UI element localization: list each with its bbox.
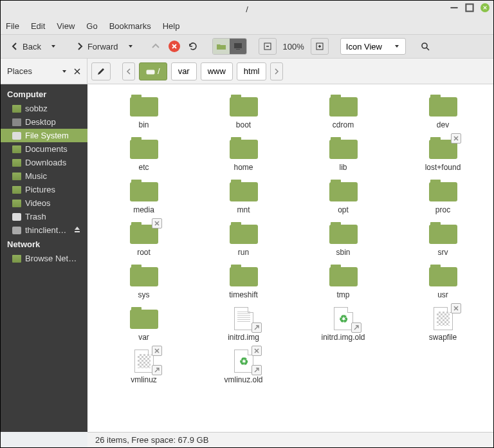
maximize-button[interactable] (465, 3, 474, 12)
file-item[interactable]: timeshift (194, 262, 293, 304)
file-item[interactable]: proc (393, 177, 493, 219)
folder-icon (12, 255, 21, 263)
stop-icon (169, 41, 180, 52)
file-item[interactable]: bin (94, 92, 194, 135)
computer-view-button[interactable] (230, 39, 246, 54)
file-item[interactable]: usr (393, 262, 493, 304)
path-prev-button[interactable] (122, 62, 135, 80)
search-button[interactable] (417, 39, 433, 54)
file-item[interactable]: opt (293, 177, 393, 219)
folder-icon (329, 137, 358, 159)
sidebar: ComputersobbzDesktopFile SystemDocuments… (1, 84, 87, 432)
folder-icon (429, 222, 457, 244)
file-view[interactable]: binbootcdromdevetchomeliblost+foundmedia… (87, 84, 493, 432)
menu-file[interactable]: File (6, 21, 19, 31)
svg-rect-1 (466, 4, 473, 11)
file-item[interactable]: boot (194, 92, 293, 135)
file-item[interactable]: tmp (293, 262, 393, 304)
menu-bookmarks[interactable]: Bookmarks (109, 21, 151, 31)
sidebar-item-file-system[interactable]: File System (1, 129, 87, 142)
zoom-out-button[interactable] (259, 38, 277, 55)
edit-path-button[interactable] (91, 62, 111, 80)
places-close-icon[interactable] (74, 68, 80, 75)
forward-label: Forward (87, 42, 118, 51)
breadcrumb-0[interactable]: / (139, 62, 167, 80)
file-item[interactable]: lost+found (393, 135, 493, 177)
symlink-emblem-icon (351, 322, 361, 333)
pencil-icon (96, 67, 105, 76)
toolbar: Back Forward 100% Icon View (1, 34, 493, 59)
no-access-emblem-icon (152, 346, 162, 356)
folder-icon (130, 222, 158, 244)
chevron-down-icon (127, 43, 134, 50)
file-item-label: proc (435, 205, 450, 214)
sidebar-item-documents[interactable]: Documents (1, 142, 87, 156)
sidebar-item-thinclient-d-[interactable]: thinclient_d… (1, 223, 87, 237)
svg-line-14 (426, 48, 429, 50)
minimize-button[interactable] (450, 3, 459, 12)
home-view-button[interactable] (213, 39, 230, 54)
places-dropdown-icon[interactable] (61, 68, 68, 75)
path-next-button[interactable] (270, 62, 283, 80)
titlebar: / (1, 1, 493, 17)
folder-icon (230, 265, 258, 286)
file-item[interactable]: sbin (293, 219, 393, 262)
menu-go[interactable]: Go (86, 21, 97, 31)
up-button[interactable] (148, 39, 163, 54)
file-item[interactable]: ♻vmlinuz.old (194, 347, 293, 389)
file-item[interactable]: root (94, 219, 194, 262)
breadcrumb-2[interactable]: www (201, 62, 233, 80)
sidebar-item-videos[interactable]: Videos (1, 196, 87, 210)
file-item[interactable]: mnt (194, 177, 293, 219)
file-item[interactable]: vmlinuz (94, 347, 194, 389)
statusbar-text: 26 items, Free space: 67.9 GB (95, 435, 208, 445)
back-button[interactable]: Back (6, 39, 45, 54)
arrow-up-icon (151, 41, 161, 51)
drive-icon (12, 118, 21, 126)
forward-history-dropdown[interactable] (125, 41, 136, 52)
zoom-level: 100% (279, 42, 308, 51)
forward-button[interactable]: Forward (71, 39, 122, 54)
eject-icon[interactable] (73, 225, 81, 235)
window-title: / (246, 5, 248, 14)
sidebar-item-browse-network[interactable]: Browse Network (1, 252, 87, 265)
stop-button[interactable] (166, 38, 183, 55)
file-item[interactable]: home (194, 135, 293, 177)
file-item[interactable]: sys (94, 262, 194, 304)
file-item[interactable]: run (194, 219, 293, 262)
file-item-label: initrd.img.old (321, 333, 365, 342)
sidebar-item-downloads[interactable]: Downloads (1, 156, 87, 169)
sidebar-item-desktop[interactable]: Desktop (1, 115, 87, 129)
menu-view[interactable]: View (57, 21, 75, 31)
folder-icon (230, 222, 258, 244)
file-item[interactable]: initrd.img (194, 304, 293, 347)
view-mode-select[interactable]: Icon View (340, 38, 406, 55)
file-item[interactable]: swapfile (393, 304, 493, 347)
symlink-emblem-icon (152, 365, 162, 375)
sidebar-item-pictures[interactable]: Pictures (1, 183, 87, 196)
folder-icon (12, 200, 21, 207)
view-location-toggle (212, 38, 247, 55)
zoom-in-icon (315, 42, 324, 51)
file-item[interactable]: ♻initrd.img.old (293, 304, 393, 347)
close-button[interactable] (480, 3, 489, 12)
file-item-label: run (238, 248, 249, 257)
menu-edit[interactable]: Edit (31, 21, 45, 31)
file-item[interactable]: var (94, 304, 194, 347)
sidebar-item-sobbz[interactable]: sobbz (1, 102, 87, 115)
file-item[interactable]: dev (393, 92, 493, 135)
file-item[interactable]: lib (293, 135, 393, 177)
zoom-in-button[interactable] (311, 38, 329, 55)
breadcrumb-3[interactable]: html (237, 62, 267, 80)
file-item-label: vmlinuz.old (224, 375, 262, 384)
menu-help[interactable]: Help (163, 21, 180, 31)
file-item[interactable]: media (94, 177, 194, 219)
sidebar-item-music[interactable]: Music (1, 169, 87, 183)
sidebar-item-trash[interactable]: Trash (1, 210, 87, 223)
file-item[interactable]: srv (393, 219, 493, 262)
reload-button[interactable] (185, 39, 201, 54)
breadcrumb-1[interactable]: var (171, 62, 197, 80)
back-history-dropdown[interactable] (48, 41, 59, 52)
file-item[interactable]: etc (94, 135, 194, 177)
file-item[interactable]: cdrom (293, 92, 393, 135)
